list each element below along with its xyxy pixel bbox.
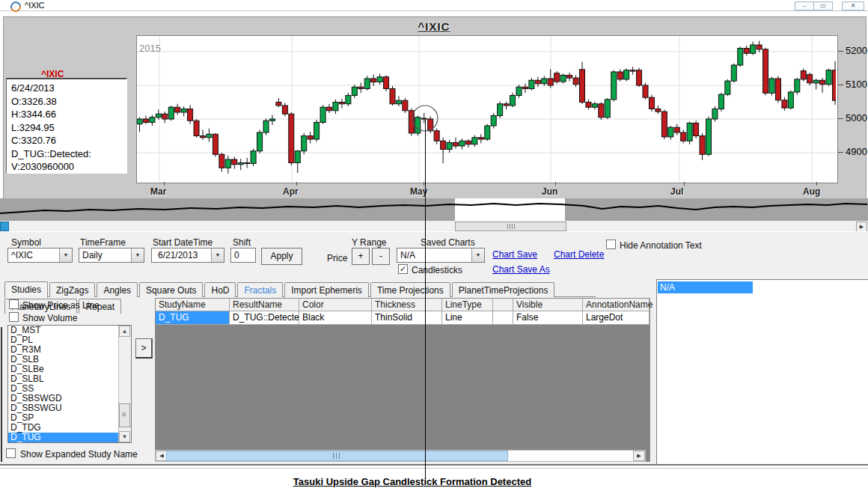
yrange-label: Y Range (352, 237, 386, 248)
tab-import-ephemeris[interactable]: Import Ephemeris (284, 282, 369, 297)
table-cell[interactable]: False (513, 311, 583, 325)
table-hscrollbar[interactable]: ◀ ▶ (155, 450, 646, 462)
candlesticks-label: Candlesticks (412, 265, 462, 275)
splitter-handle-icon[interactable] (0, 222, 9, 231)
table-cell[interactable] (493, 311, 513, 325)
price-label: Price (327, 253, 347, 263)
month-tick (424, 182, 424, 186)
add-study-button[interactable]: > (135, 338, 153, 359)
timeframe-value: Daily (82, 250, 103, 260)
symbol-label: Symbol (11, 237, 41, 248)
tab-square-outs[interactable]: Square Outs (139, 282, 203, 297)
yrange-plus-button[interactable]: + (352, 248, 370, 265)
studies-listbox[interactable]: ▲ ▼ D_MSTD_PLD_R3MD_SLBD_SLBeD_SLBLD_SSD… (7, 325, 132, 443)
candlesticks-checkbox[interactable]: ✓ (398, 264, 408, 274)
scroll-up-arrow-icon[interactable]: ▲ (119, 326, 130, 337)
timeline-navigator[interactable]: 201420152016JanAprJulOctJanAprJulOctJanA… (0, 198, 868, 221)
ohlc-infobox: 6/24/2013O:3326.38H:3344.66L:3294.95C:33… (6, 78, 127, 174)
tab-hod[interactable]: HoD (204, 282, 236, 297)
yrange-minus-button[interactable]: - (372, 248, 390, 265)
thumb-grip-icon (333, 453, 342, 459)
table-header-LineType: LineType (442, 299, 493, 311)
hide-annotation-checkbox[interactable] (606, 240, 616, 249)
shift-input[interactable]: 0 (230, 248, 256, 263)
startdate-value: 6/21/2013 (158, 250, 198, 260)
tab-studies[interactable]: Studies (4, 281, 48, 298)
chart-save-as-link[interactable]: Chart Save As (492, 264, 550, 275)
tab-fractals[interactable]: Fractals (237, 282, 283, 297)
infobox-line: L:3294.95 (11, 121, 126, 135)
symbol-value: ^IXIC (11, 250, 33, 260)
savedcharts-label: Saved Charts (421, 237, 475, 248)
chevron-down-icon[interactable]: ▼ (211, 248, 224, 262)
apply-button[interactable]: Apply (261, 248, 302, 265)
navigator-svg (0, 198, 868, 221)
navigator-scroll-thumb[interactable] (455, 222, 566, 231)
show-expanded-study-name-checkbox[interactable] (6, 448, 16, 458)
month-label: Apr (283, 186, 299, 197)
table-cell[interactable]: Line (442, 311, 493, 325)
tab-bar: StudiesZigZagsAnglesSquare OutsHoDFracta… (4, 281, 596, 297)
table-cell[interactable]: LargeDot (583, 311, 650, 325)
chevron-down-icon[interactable]: ▼ (131, 248, 144, 262)
timeframe-combobox[interactable]: Daily ▼ (79, 248, 144, 263)
results-table[interactable]: StudyNameD_TUGResultNameD_TUG::DetectedC… (155, 298, 650, 462)
tab-time-projections[interactable]: Time Projections (370, 282, 450, 297)
price-tick-label: 5000 (846, 112, 867, 124)
show-price-as-line-checkbox[interactable] (9, 299, 19, 309)
studies-scroll-thumb[interactable] (119, 403, 130, 427)
navigator-scrollbar[interactable] (0, 221, 868, 232)
table-cell[interactable]: ThinSolid (372, 311, 442, 325)
tab-zigzags[interactable]: ZigZags (49, 282, 95, 297)
maximize-button[interactable]: ▭ (813, 1, 833, 10)
price-tick (838, 152, 843, 153)
table-cell[interactable]: D_TUG::Detected (230, 311, 299, 325)
table-header-StudyName: StudyName (156, 299, 230, 311)
symbol-combobox[interactable]: ^IXIC ▼ (7, 248, 73, 263)
saved-charts-listbox[interactable]: N/A (656, 279, 868, 466)
chart-delete-link[interactable]: Chart Delete (554, 249, 604, 260)
title-bar: ^IXIC –▭✕ (0, 0, 868, 11)
price-tick-label: 5100 (846, 79, 867, 90)
month-label: Jun (542, 186, 557, 197)
annotation-text: Tasuki Upside Gap Candlestick Formation … (0, 476, 825, 487)
infobox-line: O:3326.38 (11, 95, 126, 109)
studies-list-scrollbar[interactable]: ▲ ▼ (118, 326, 131, 442)
infobox-line: V:2030960000 (11, 160, 126, 174)
price-chart[interactable] (136, 35, 838, 183)
startdate-combobox[interactable]: 6/21/2013 ▼ (151, 248, 224, 263)
price-tick (838, 51, 843, 52)
table-cell[interactable]: D_TUG (156, 311, 230, 325)
price-tick (838, 118, 843, 119)
navigator-scroll-right-arrow-icon[interactable]: ▶ (856, 222, 867, 232)
month-label: Mar (150, 186, 166, 197)
chevron-down-icon[interactable]: ▼ (471, 248, 484, 262)
table-header-ResultName: ResultName (230, 299, 299, 311)
table-cell[interactable]: Black (299, 311, 372, 325)
chart-save-link[interactable]: Chart Save (492, 249, 537, 260)
table-header-Thickness: Thickness (372, 299, 442, 311)
savedcharts-combobox[interactable]: N/A ▼ (397, 248, 485, 263)
shift-label: Shift (233, 237, 251, 248)
app-logo-icon (9, 0, 23, 13)
scroll-down-arrow-icon[interactable]: ▼ (119, 431, 130, 442)
panel-bottom-edge (0, 464, 868, 466)
chevron-down-icon[interactable]: ▼ (59, 248, 72, 262)
study-list-item[interactable]: D_TUG (8, 433, 120, 442)
tab-angles[interactable]: Angles (97, 282, 138, 297)
table-scroll-thumb[interactable] (166, 451, 508, 461)
close-button[interactable]: ✕ (842, 1, 864, 10)
table-header-AnnotationName: AnnotationName (583, 299, 650, 311)
timeframe-label: TimeFrame (80, 237, 126, 248)
price-tick (838, 85, 843, 85)
tab-planettimeprojections[interactable]: PlanetTimeProjections (452, 282, 555, 297)
scroll-right-arrow-icon[interactable]: ▶ (633, 451, 645, 461)
shift-value: 0 (234, 250, 239, 260)
infobox-line: C:3320.76 (11, 134, 126, 147)
month-tick (164, 182, 165, 186)
minimize-button[interactable]: – (795, 1, 814, 10)
saved-chart-selected-item[interactable]: N/A (658, 281, 753, 293)
show-price-as-line-label: Show Price as Line (22, 300, 100, 311)
chart-year-overlay: 2015 (139, 43, 161, 54)
show-volume-checkbox[interactable] (9, 312, 19, 322)
